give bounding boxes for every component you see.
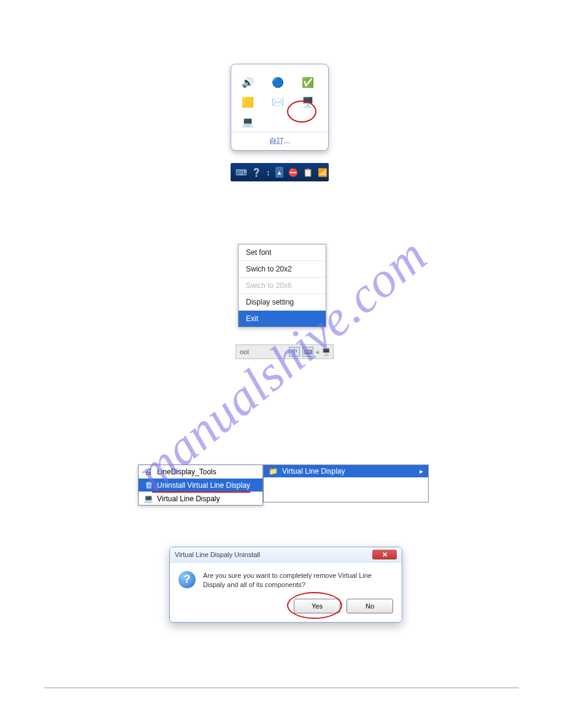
- start-item-uninstall-vld[interactable]: 🗑 Uninstall Virtual Line Display: [139, 478, 262, 491]
- systray-popup-figure: 🔊 🔵 ✅ 🟨 ✉️ 🖥️ 💻 自訂... ⌨ ❔ ↕ ▲ ⛔ 📋 📶: [231, 64, 329, 181]
- start-item-label: LineDisplay_Tools: [157, 468, 216, 476]
- arrow-up-icon[interactable]: ▲: [275, 167, 284, 178]
- start-item-virtual-line-display[interactable]: 💻 Virtual Line Dispaly: [139, 491, 262, 505]
- submenu-arrow-icon: ▸: [419, 467, 423, 476]
- systray-icon-grid: 🔊 🔵 ✅ 🟨 ✉️ 🖥️ 💻: [231, 64, 328, 132]
- dialog-body: ? Are you sure you want to completely re…: [170, 563, 402, 594]
- menu-item-switch-20x6: Swich to 20x6: [239, 277, 326, 294]
- virtual-line-display-icon[interactable]: 🖥️: [301, 95, 315, 108]
- ime-icon[interactable]: 中: [289, 347, 300, 357]
- footer-rule: [44, 688, 519, 688]
- menu-item-switch-20x2[interactable]: Swich to 20x2: [239, 260, 326, 277]
- globe-icon[interactable]: 🔵: [271, 75, 285, 89]
- clipboard-icon[interactable]: 📋: [303, 167, 313, 178]
- mail-icon[interactable]: ✉️: [271, 95, 285, 108]
- folder-icon: 📁: [269, 467, 278, 476]
- signal-icon[interactable]: 📶: [318, 167, 327, 178]
- question-icon: ?: [178, 571, 196, 588]
- sync-icon[interactable]: ↕: [266, 167, 270, 178]
- keyboard-icon[interactable]: ⌨: [236, 167, 247, 178]
- start-item-label: Uninstall Virtual Line Display: [157, 481, 250, 490]
- volume-icon[interactable]: 🔊: [241, 75, 255, 89]
- systray-customize-link[interactable]: 自訂...: [231, 132, 328, 150]
- start-folder-virtual-line-display[interactable]: 📁 Virtual Line Display ▸: [264, 465, 428, 477]
- menu-item-set-font[interactable]: Set font: [239, 245, 326, 260]
- context-menu: Set font Swich to 20x2 Swich to 20x6 Dis…: [238, 244, 326, 327]
- language-bar-text: ool: [240, 348, 249, 355]
- keyboard-mini-icon[interactable]: ⌨: [302, 347, 313, 357]
- menu-item-exit[interactable]: Exit: [239, 310, 326, 327]
- start-folder-body: [264, 477, 428, 502]
- shield-green-icon[interactable]: ✅: [301, 75, 315, 89]
- start-item-label: Virtual Line Dispaly: [157, 495, 220, 503]
- monitor-icon[interactable]: 💻: [241, 115, 255, 128]
- chevron-left-icon[interactable]: «: [316, 348, 320, 355]
- start-item-linedisplay-tools[interactable]: 🖨 LineDisplay_Tools: [139, 465, 262, 478]
- no-button[interactable]: No: [347, 599, 393, 613]
- dialog-message: Are you sure you want to completely remo…: [203, 571, 393, 590]
- document-page: manualshive.com 🔊 🔵 ✅ 🟨 ✉️ 🖥️ 💻 自訂... ⌨ …: [0, 0, 563, 728]
- yes-button[interactable]: Yes: [294, 599, 340, 613]
- systray-popup: 🔊 🔵 ✅ 🟨 ✉️ 🖥️ 💻 自訂...: [231, 64, 329, 151]
- close-button[interactable]: ✕: [372, 550, 397, 559]
- dialog-titlebar: Virtual Line Dispaly Uninstall ✕: [170, 547, 402, 563]
- dialog-button-row: Yes No: [170, 594, 402, 622]
- app-mini-icon[interactable]: 🖥️: [322, 348, 331, 356]
- blocked-icon[interactable]: ⛔: [288, 167, 298, 178]
- start-folder-label: Virtual Line Display: [282, 467, 345, 476]
- language-bar: ool 中 ⌨ « 🖥️: [236, 344, 334, 359]
- taskbar: ⌨ ❔ ↕ ▲ ⛔ 📋 📶: [231, 163, 329, 181]
- monitor-icon: 💻: [144, 494, 153, 503]
- outlook-icon[interactable]: 🟨: [241, 95, 255, 108]
- dialog-title: Virtual Line Dispaly Uninstall: [175, 551, 260, 558]
- uninstall-confirm-dialog: Virtual Line Dispaly Uninstall ✕ ? Are y…: [169, 547, 402, 623]
- uninstall-icon: 🗑: [144, 480, 153, 490]
- menu-item-display-setting[interactable]: Display setting: [239, 294, 326, 310]
- start-menu-folder-flyout: 📁 Virtual Line Display ▸: [263, 464, 429, 502]
- printer-icon: 🖨: [144, 467, 153, 476]
- help-icon[interactable]: ❔: [251, 167, 261, 178]
- start-menu-program-list: 🖨 LineDisplay_Tools 🗑 Uninstall Virtual …: [138, 464, 263, 506]
